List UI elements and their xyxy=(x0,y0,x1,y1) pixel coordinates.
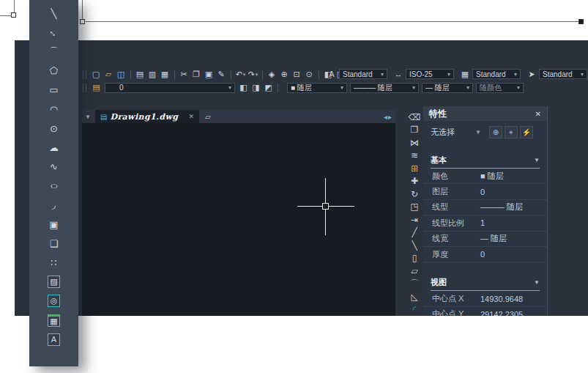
section-view-rows: 中心点 X 14930.9648 中心点 Y 29142.2305 xyxy=(423,291,547,316)
panel-close-icon[interactable]: ✕ xyxy=(535,110,541,118)
toolbar-grip[interactable] xyxy=(83,84,86,92)
open-folder-icon: ▱ xyxy=(105,70,111,78)
select-objects-button[interactable]: ⌖ xyxy=(505,126,518,139)
print-button[interactable]: ▤ xyxy=(135,69,146,80)
undo-button[interactable]: ↶▾ xyxy=(235,69,246,80)
region-tool-button[interactable]: ◎ xyxy=(29,292,78,311)
chamfer-button[interactable]: ◺ xyxy=(411,290,417,303)
extend-button[interactable]: ╲ xyxy=(412,239,417,252)
lineweight-select[interactable]: — 随层▾ xyxy=(422,83,473,93)
linetype-select[interactable]: ——— 随层▾ xyxy=(350,83,419,93)
color-select[interactable]: ■ 随层▾ xyxy=(287,83,347,93)
drawing-tab[interactable]: ▤ Drawing1.dwg ✕ xyxy=(95,110,199,123)
section-header-basic[interactable]: 基本 ▼ xyxy=(431,155,540,169)
tab-close-icon[interactable]: ✕ xyxy=(188,113,194,120)
erase-button[interactable]: ⌫ xyxy=(409,111,421,124)
line-tool-button[interactable]: ╲ xyxy=(29,4,78,23)
property-value[interactable]: 29142.2305 xyxy=(480,310,523,316)
collapse-arrow-icon[interactable]: ▼ xyxy=(534,157,540,163)
property-label: 线宽 xyxy=(432,233,480,244)
hatch-tool-button[interactable]: ▨ xyxy=(29,273,78,292)
polygon-tool-button[interactable]: ⬠ xyxy=(29,62,78,81)
paste-button[interactable]: ▣ xyxy=(204,69,215,80)
insert-block-tool-button[interactable]: ▣ xyxy=(29,215,78,234)
property-value[interactable]: 0 xyxy=(480,188,485,196)
point-tool-button[interactable]: ∷ xyxy=(29,253,78,272)
plot-style-select[interactable]: 随颜色▾ xyxy=(476,83,524,93)
zoom-realtime-button[interactable]: ⊕ xyxy=(279,69,290,80)
mirror-button[interactable]: ⋈ xyxy=(410,136,419,149)
join-button[interactable]: ⌒ xyxy=(410,278,419,291)
tab-list-button[interactable]: ▼ xyxy=(82,114,94,120)
section-header-view[interactable]: 视图 ▼ xyxy=(431,277,540,291)
stretch-button[interactable]: ⇥ xyxy=(411,213,418,226)
construction-line-tool-button[interactable]: ↔ xyxy=(29,23,78,42)
copy-object-button[interactable]: ❐ xyxy=(411,124,419,137)
new-file-icon: ▢ xyxy=(92,70,100,78)
rotate-button[interactable]: ↻ xyxy=(411,188,418,201)
style-select[interactable]: Standard▾ xyxy=(339,69,387,79)
property-value[interactable]: — 随层 xyxy=(480,233,507,244)
make-block-tool-button[interactable]: ❏ xyxy=(29,234,78,253)
cut-button[interactable]: ✂ xyxy=(179,69,190,80)
quick-select-button[interactable]: ⚡ xyxy=(520,126,533,139)
annotation-line xyxy=(0,15,11,16)
rectangle-tool-button[interactable]: ▭ xyxy=(29,81,78,100)
annotation-drag-handle[interactable] xyxy=(80,19,85,24)
break-button[interactable]: ▱ xyxy=(411,265,417,278)
annotation-drag-handle[interactable] xyxy=(11,12,16,18)
layer-states-button[interactable]: ◩ xyxy=(263,82,274,93)
property-value[interactable]: 0 xyxy=(480,250,485,259)
print-preview-button[interactable]: ▥ xyxy=(147,69,158,80)
line-icon: ╲ xyxy=(51,9,57,18)
annotation-drag-handle[interactable] xyxy=(578,19,584,24)
property-value[interactable]: ——— 随层 xyxy=(480,202,523,213)
copy-button[interactable]: ❐ xyxy=(191,69,202,80)
save-button[interactable]: ◫ xyxy=(116,69,127,80)
style-select[interactable]: Standard▾ xyxy=(472,69,521,79)
offset-button[interactable]: ≋ xyxy=(411,149,418,163)
break-at-point-button[interactable]: ▯ xyxy=(412,252,417,265)
ellipse-tool-button[interactable]: ○ xyxy=(29,177,78,196)
layer-previous-button[interactable]: ◨ xyxy=(250,82,261,93)
trim-button[interactable]: ╱ xyxy=(412,226,417,240)
new-drawing-tab-button[interactable]: ▱ xyxy=(205,113,211,121)
move-button[interactable]: ✚ xyxy=(411,175,418,188)
property-value[interactable]: 14930.9648 xyxy=(480,295,523,303)
tab-scroll-arrows[interactable]: ◂▸ xyxy=(384,113,392,121)
pan-button[interactable]: ◈ xyxy=(267,69,278,80)
drawing-canvas[interactable] xyxy=(82,123,395,316)
table-tool-button[interactable]: ▦ xyxy=(29,311,78,330)
property-value[interactable]: ■ 随层 xyxy=(480,171,504,182)
ellipse-arc-tool-button[interactable]: ◞ xyxy=(29,196,78,215)
layer-select[interactable]: 0 ▾ xyxy=(105,83,235,93)
collapse-arrow-icon[interactable]: ▼ xyxy=(534,279,540,286)
spline-tool-button[interactable]: ∿ xyxy=(29,158,78,177)
zoom-previous-button[interactable]: ⊙ xyxy=(304,69,315,80)
arc-tool-button[interactable]: ◠ xyxy=(29,100,78,119)
style-select[interactable]: ISO-25▾ xyxy=(406,69,454,79)
zoom-window-button[interactable]: ⊡ xyxy=(291,69,302,80)
layer-properties-button[interactable]: ▤ xyxy=(91,82,102,93)
mtext-tool-button[interactable]: A xyxy=(29,330,78,349)
style-select[interactable]: Standard▾ xyxy=(539,69,587,79)
match-properties-button[interactable]: ✎ xyxy=(216,69,227,80)
array-button[interactable]: ⊞ xyxy=(411,162,418,175)
selection-filter-select[interactable]: 无选择 xyxy=(431,127,455,138)
redo-button[interactable]: ↷▾ xyxy=(248,69,258,80)
property-value[interactable]: 1 xyxy=(480,218,485,227)
open-button[interactable]: ▱ xyxy=(103,69,114,80)
fillet-button[interactable]: ◜ xyxy=(413,303,417,317)
toggle-pickadd-button[interactable]: ⊕ xyxy=(489,126,502,139)
scale-button[interactable]: ◳ xyxy=(410,201,418,214)
publish-button[interactable]: ▦ xyxy=(160,69,171,80)
new-file-button[interactable]: ▢ xyxy=(91,69,102,80)
chevron-down-icon[interactable]: ▼ xyxy=(475,129,481,136)
polyline-tool-button[interactable]: ⌒ xyxy=(29,42,78,61)
revision-cloud-icon: ☁ xyxy=(49,143,59,152)
circle-tool-button[interactable]: ⊙ xyxy=(29,119,78,138)
toolbar-grip[interactable] xyxy=(83,70,86,79)
property-row-layer: 图层 0 xyxy=(423,184,547,199)
revision-cloud-tool-button[interactable]: ☁ xyxy=(29,138,78,157)
make-layer-current-button[interactable]: ◧ xyxy=(238,82,249,93)
